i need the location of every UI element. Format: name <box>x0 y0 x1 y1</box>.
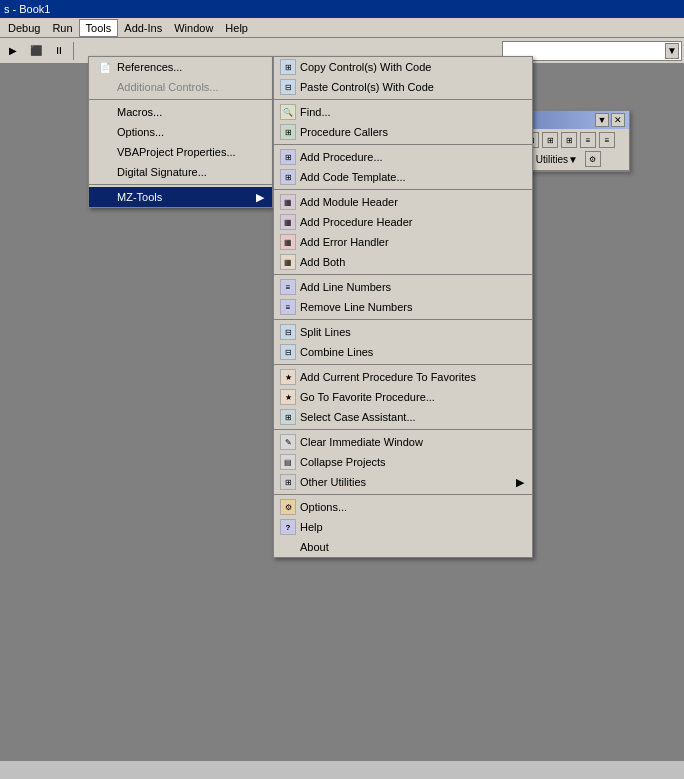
submenu-clear-immediate[interactable]: ✎ Clear Immediate Window <box>274 432 532 452</box>
toolbar-sep-1 <box>73 42 74 60</box>
submenu-copy-controls[interactable]: ⊞ Copy Control(s) With Code <box>274 57 532 77</box>
submenu-sep-1 <box>274 99 532 100</box>
menu-run[interactable]: Run <box>46 20 78 36</box>
submenu-about[interactable]: About <box>274 537 532 557</box>
menu-window[interactable]: Window <box>168 20 219 36</box>
mz-btn-15[interactable]: ≡ <box>579 131 597 149</box>
tools-macros[interactable]: Macros... <box>89 102 272 122</box>
submenu-add-procedure[interactable]: ⊞ Add Procedure... <box>274 147 532 167</box>
find-icon: 🔍 <box>280 104 296 120</box>
submenu-split-lines[interactable]: ⊟ Split Lines <box>274 322 532 342</box>
options-mz-icon: ⚙ <box>280 499 296 515</box>
other-utilities-arrow: ▶ <box>516 476 524 489</box>
add-error-handler-icon: ▦ <box>280 234 296 250</box>
tools-dropdown: 📄 References... Additional Controls... M… <box>88 56 273 208</box>
tools-vbaproject[interactable]: VBAProject Properties... <box>89 142 272 162</box>
mz-tools-icon <box>97 189 113 205</box>
submenu-add-code-template[interactable]: ⊞ Add Code Template... <box>274 167 532 187</box>
add-module-header-icon: ▦ <box>280 194 296 210</box>
menu-debug[interactable]: Debug <box>2 20 46 36</box>
split-lines-icon: ⊟ <box>280 324 296 340</box>
menu-bar: Debug Run Tools Add-Ins Window Help <box>0 18 684 38</box>
toolbar-btn-2[interactable]: ⬛ <box>25 40 47 62</box>
submenu-add-both[interactable]: ▦ Add Both <box>274 252 532 272</box>
clear-immediate-icon: ✎ <box>280 434 296 450</box>
additional-controls-icon <box>97 79 113 95</box>
submenu-sep-5 <box>274 319 532 320</box>
title-bar: s - Book1 <box>0 0 684 18</box>
add-line-numbers-icon: ≡ <box>280 279 296 295</box>
mz-btn-16[interactable]: ≡ <box>598 131 616 149</box>
toolbar-btn-3[interactable]: ⏸ <box>48 40 70 62</box>
toolbar-btn-1[interactable]: ▶ <box>2 40 24 62</box>
submenu-find[interactable]: 🔍 Find... <box>274 102 532 122</box>
submenu-collapse-projects[interactable]: ▤ Collapse Projects <box>274 452 532 472</box>
help-mz-icon: ? <box>280 519 296 535</box>
tools-digital-signature[interactable]: Digital Signature... <box>89 162 272 182</box>
mz-tools-title-buttons: ▼ ✕ <box>595 113 625 127</box>
submenu-help[interactable]: ? Help <box>274 517 532 537</box>
submenu-add-line-numbers[interactable]: ≡ Add Line Numbers <box>274 277 532 297</box>
submenu-sep-7 <box>274 429 532 430</box>
mz-tools-dropdown-btn[interactable]: ▼ <box>595 113 609 127</box>
add-code-template-icon: ⊞ <box>280 169 296 185</box>
mz-tools-arrow: ▶ <box>256 191 264 204</box>
tools-additional-controls: Additional Controls... <box>89 77 272 97</box>
options-icon <box>97 124 113 140</box>
goto-favorite-icon: ★ <box>280 389 296 405</box>
tools-sep-2 <box>89 184 272 185</box>
tools-sep-1 <box>89 99 272 100</box>
tools-references[interactable]: 📄 References... <box>89 57 272 77</box>
add-procedure-header-icon: ▦ <box>280 214 296 230</box>
collapse-projects-icon: ▤ <box>280 454 296 470</box>
submenu-add-procedure-header[interactable]: ▦ Add Procedure Header <box>274 212 532 232</box>
menu-tools[interactable]: Tools <box>79 19 119 37</box>
paste-controls-icon: ⊟ <box>280 79 296 95</box>
submenu-sep-8 <box>274 494 532 495</box>
submenu-sep-6 <box>274 364 532 365</box>
submenu-add-error-handler[interactable]: ▦ Add Error Handler <box>274 232 532 252</box>
submenu-options[interactable]: ⚙ Options... <box>274 497 532 517</box>
mz-tools-close-btn[interactable]: ✕ <box>611 113 625 127</box>
add-to-favorites-icon: ★ <box>280 369 296 385</box>
tools-options[interactable]: Options... <box>89 122 272 142</box>
mz-btn-13[interactable]: ⊞ <box>541 131 559 149</box>
title-text: s - Book1 <box>4 3 50 15</box>
procedure-callers-icon: ⊞ <box>280 124 296 140</box>
submenu-other-utilities[interactable]: ⊞ Other Utilities ▶ <box>274 472 532 492</box>
other-utilities-icon: ⊞ <box>280 474 296 490</box>
macros-icon <box>97 104 113 120</box>
remove-line-numbers-icon: ≡ <box>280 299 296 315</box>
submenu-sep-2 <box>274 144 532 145</box>
submenu-sep-3 <box>274 189 532 190</box>
mz-btn-14[interactable]: ⊞ <box>560 131 578 149</box>
menu-help[interactable]: Help <box>219 20 254 36</box>
submenu-goto-favorite[interactable]: ★ Go To Favorite Procedure... <box>274 387 532 407</box>
mz-tools-submenu: ⊞ Copy Control(s) With Code ⊟ Paste Cont… <box>273 56 533 558</box>
copy-controls-icon: ⊞ <box>280 59 296 75</box>
vbaproject-icon <box>97 144 113 160</box>
submenu-sep-4 <box>274 274 532 275</box>
submenu-add-to-favorites[interactable]: ★ Add Current Procedure To Favorites <box>274 367 532 387</box>
add-procedure-icon: ⊞ <box>280 149 296 165</box>
select-case-icon: ⊞ <box>280 409 296 425</box>
submenu-remove-line-numbers[interactable]: ≡ Remove Line Numbers <box>274 297 532 317</box>
submenu-combine-lines[interactable]: ⊟ Combine Lines <box>274 342 532 362</box>
about-icon <box>280 539 296 555</box>
tools-mz-tools[interactable]: MZ-Tools ▶ <box>89 187 272 207</box>
submenu-paste-controls[interactable]: ⊟ Paste Control(s) With Code <box>274 77 532 97</box>
menu-addins[interactable]: Add-Ins <box>118 20 168 36</box>
submenu-select-case[interactable]: ⊞ Select Case Assistant... <box>274 407 532 427</box>
submenu-add-module-header[interactable]: ▦ Add Module Header <box>274 192 532 212</box>
mz-btn-gear[interactable]: ⚙ <box>584 150 602 168</box>
main-area: ▶ ⬛ ⏸ ▼ MZ-Tools 3.0 ▼ ✕ ⊞ ⊟ ⊞ ⊞ ⊞ ⊞ ⊞ <box>0 38 684 761</box>
add-both-icon: ▦ <box>280 254 296 270</box>
combine-lines-icon: ⊟ <box>280 344 296 360</box>
references-icon: 📄 <box>97 59 113 75</box>
digital-signature-icon <box>97 164 113 180</box>
combo-dropdown-arrow[interactable]: ▼ <box>665 43 679 59</box>
submenu-procedure-callers[interactable]: ⊞ Procedure Callers <box>274 122 532 142</box>
